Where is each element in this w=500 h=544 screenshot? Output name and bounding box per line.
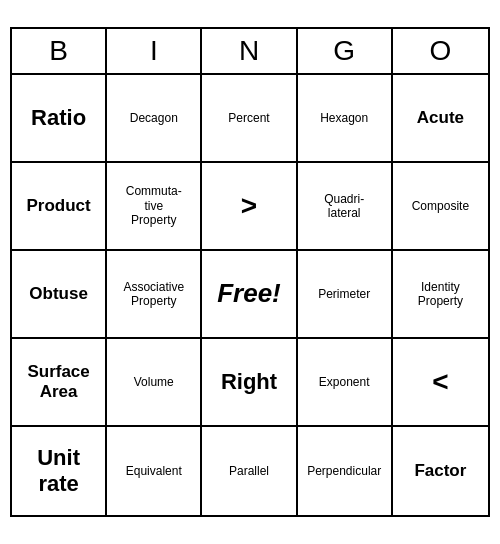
bingo-cell-4: Acute bbox=[393, 75, 488, 163]
bingo-cell-19: < bbox=[393, 339, 488, 427]
bingo-cell-23: Perpendicular bbox=[298, 427, 393, 515]
bingo-cell-5: Product bbox=[12, 163, 107, 251]
bingo-cell-18: Exponent bbox=[298, 339, 393, 427]
bingo-cell-24: Factor bbox=[393, 427, 488, 515]
bingo-cell-13: Perimeter bbox=[298, 251, 393, 339]
bingo-cell-14: IdentityProperty bbox=[393, 251, 488, 339]
bingo-cell-0: Ratio bbox=[12, 75, 107, 163]
bingo-cell-15: SurfaceArea bbox=[12, 339, 107, 427]
bingo-cell-17: Right bbox=[202, 339, 297, 427]
bingo-cell-12: Free! bbox=[202, 251, 297, 339]
bingo-cell-3: Hexagon bbox=[298, 75, 393, 163]
header-letter-o: O bbox=[393, 29, 488, 73]
bingo-cell-6: Commuta-tiveProperty bbox=[107, 163, 202, 251]
bingo-cell-22: Parallel bbox=[202, 427, 297, 515]
header-letter-i: I bbox=[107, 29, 202, 73]
bingo-cell-8: Quadri-lateral bbox=[298, 163, 393, 251]
bingo-cell-7: > bbox=[202, 163, 297, 251]
header-letter-n: N bbox=[202, 29, 297, 73]
bingo-cell-16: Volume bbox=[107, 339, 202, 427]
header-letter-g: G bbox=[298, 29, 393, 73]
bingo-cell-11: AssociativeProperty bbox=[107, 251, 202, 339]
bingo-header: BINGO bbox=[12, 29, 488, 75]
bingo-grid: RatioDecagonPercentHexagonAcuteProductCo… bbox=[12, 75, 488, 515]
bingo-cell-21: Equivalent bbox=[107, 427, 202, 515]
bingo-cell-9: Composite bbox=[393, 163, 488, 251]
bingo-cell-10: Obtuse bbox=[12, 251, 107, 339]
header-letter-b: B bbox=[12, 29, 107, 73]
bingo-board: BINGO RatioDecagonPercentHexagonAcutePro… bbox=[10, 27, 490, 517]
bingo-cell-20: Unitrate bbox=[12, 427, 107, 515]
bingo-cell-1: Decagon bbox=[107, 75, 202, 163]
bingo-cell-2: Percent bbox=[202, 75, 297, 163]
